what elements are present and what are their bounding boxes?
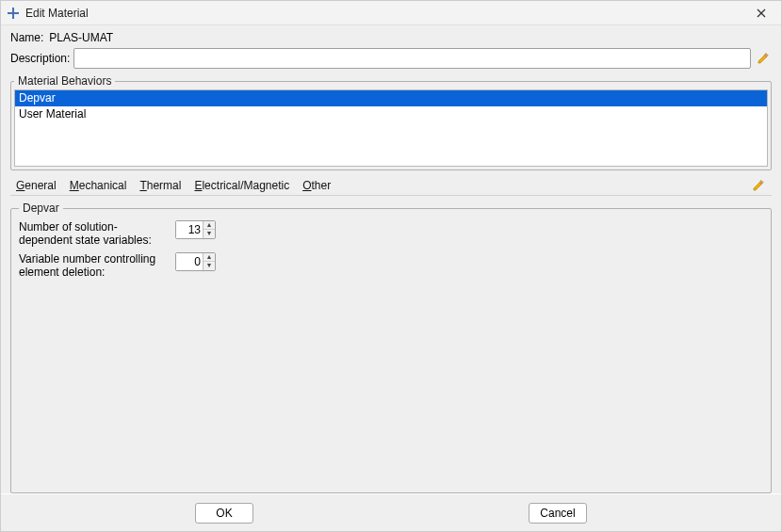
state-variables-spin-buttons: ▲ ▼ [203,221,215,238]
spin-up-icon[interactable]: ▲ [204,221,215,230]
param-row-state-variables: Number of solution-dependent state varia… [19,220,763,247]
ok-button[interactable]: OK [195,503,253,524]
dialog-footer: OK Cancel [1,493,781,531]
pencil-icon [757,52,770,65]
material-behaviors-group: Material Behaviors Depvar User Material [10,74,772,170]
menu-mechanical[interactable]: Mechanical [70,179,127,192]
material-behaviors-list[interactable]: Depvar User Material [14,89,768,167]
behavior-edit-button[interactable] [751,178,766,193]
material-behaviors-legend: Material Behaviors [14,74,115,88]
state-variables-input[interactable] [176,221,203,238]
description-input[interactable] [73,48,751,69]
close-button[interactable] [747,4,775,23]
close-icon [757,8,766,18]
behavior-category-menu: General Mechanical Thermal Electrical/Ma… [10,174,772,196]
state-variables-spinner[interactable]: ▲ ▼ [175,220,216,239]
edit-description-button[interactable] [755,50,772,67]
pencil-icon [752,179,765,192]
app-icon [7,7,20,20]
behavior-item-user-material[interactable]: User Material [15,106,767,122]
state-variables-label: Number of solution-dependent state varia… [19,220,170,247]
element-deletion-label: Variable number controlling element dele… [19,252,170,279]
spin-down-icon[interactable]: ▼ [204,230,215,238]
edit-material-dialog: Edit Material Name: PLAS-UMAT Descriptio… [0,0,782,532]
content-area: Name: PLAS-UMAT Description: Material Be… [1,25,781,493]
element-deletion-input[interactable] [176,253,203,270]
element-deletion-spinner[interactable]: ▲ ▼ [175,252,216,271]
menu-thermal[interactable]: Thermal [139,179,181,192]
name-label: Name: [10,31,43,44]
titlebar: Edit Material [1,1,781,25]
description-row: Description: [10,48,772,69]
spin-up-icon[interactable]: ▲ [204,253,215,262]
window-title: Edit Material [25,7,747,20]
svg-rect-1 [8,12,19,14]
spin-down-icon[interactable]: ▼ [204,262,215,270]
menu-other[interactable]: Other [302,179,331,192]
cancel-button[interactable]: Cancel [529,503,587,524]
name-row: Name: PLAS-UMAT [10,31,772,44]
menu-general[interactable]: General [16,179,57,192]
description-label: Description: [10,52,70,65]
depvar-group: Depvar Number of solution-dependent stat… [10,202,772,493]
behavior-item-depvar[interactable]: Depvar [15,90,767,106]
name-value: PLAS-UMAT [49,31,113,44]
menu-electrical-magnetic[interactable]: Electrical/Magnetic [194,179,289,192]
depvar-legend: Depvar [19,202,63,215]
element-deletion-spin-buttons: ▲ ▼ [203,253,215,270]
param-row-element-deletion: Variable number controlling element dele… [19,252,763,279]
